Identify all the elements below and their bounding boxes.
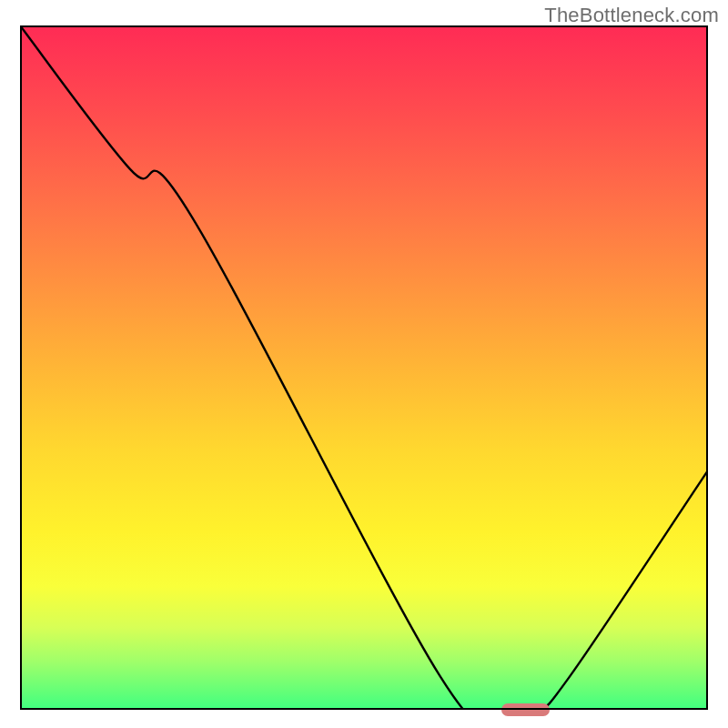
chart-frame: TheBottleneck.com [0,0,728,728]
watermark-text: TheBottleneck.com [544,4,719,27]
minimum-marker [501,703,550,716]
plot-area [20,25,708,710]
background-gradient [20,25,708,710]
